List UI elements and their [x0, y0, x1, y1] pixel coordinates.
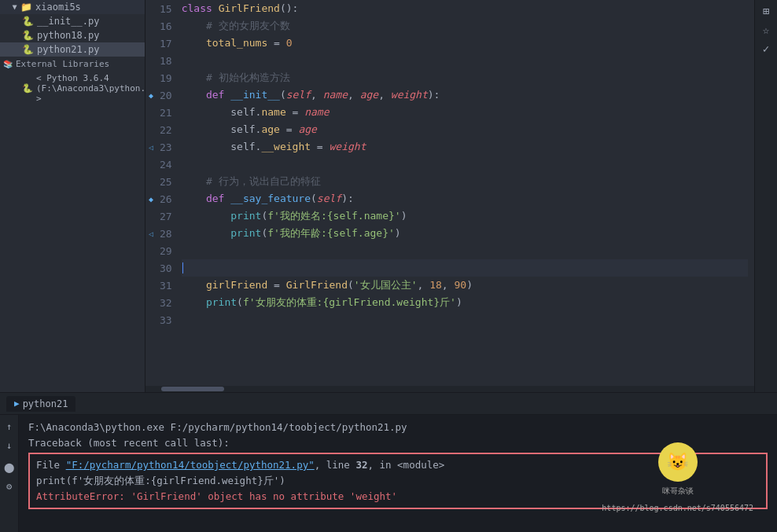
code-line-30[interactable]	[182, 259, 748, 277]
line-number-17: 17	[145, 35, 175, 52]
todo-icon[interactable]: ✓	[758, 41, 774, 57]
code-line-22: self.age = age	[182, 121, 748, 138]
sidebar-item-xiaomi5s[interactable]: ▶ 📁 xiaomi5s	[0, 0, 145, 14]
line-number-21: 21	[145, 104, 175, 121]
line-number-25: 25	[145, 173, 175, 190]
code-line-18	[182, 52, 748, 69]
terminal-with-icons: ↑ ↓ ⬤ ⚙ F:\Anaconda3\python.exe F:/pycha…	[0, 415, 777, 532]
line-number-18: 18	[145, 52, 175, 69]
watermark-title: 咪哥杂谈	[662, 483, 694, 499]
sidebar-item-python21[interactable]: 🐍 python21.py	[0, 42, 145, 57]
code-line-28: print(f'我的年龄:{self.age}')	[182, 225, 748, 242]
library-icon: 📚	[3, 60, 13, 68]
code-line-31: girlFriend = GirlFriend('女儿国公主', 18, 90)	[182, 277, 748, 294]
code-line-26: def __say_feature(self):	[182, 190, 748, 207]
file-link[interactable]: "F:/pycharm/python14/toobject/python21.p…	[66, 459, 315, 471]
python-icon: 🐍	[22, 83, 33, 94]
right-nav-icons: ⊞ ☆ ✓	[754, 0, 777, 392]
py-file-icon: 🐍	[22, 16, 34, 27]
sidebar-item-label: xiaomi5s	[35, 2, 81, 13]
watermark-icon: 😺	[658, 442, 698, 482]
line-number-16: 16	[145, 17, 175, 35]
line-number-28: ◁28	[145, 225, 175, 242]
watermark: 😺 咪哥杂谈 https://blog.csdn.net/s740556472	[602, 442, 753, 516]
terminal-tab-python21[interactable]: ▶ python21	[6, 396, 75, 412]
line-number-27: 27	[145, 207, 175, 225]
scroll-up-icon[interactable]: ↑	[2, 420, 17, 434]
code-line-23: self.__weight = weight	[182, 138, 748, 156]
code-line-29	[182, 242, 748, 259]
code-line-19: # 初始化构造方法	[182, 69, 748, 86]
terminal-left-icons: ↑ ↓ ⬤ ⚙	[0, 415, 19, 532]
terminal-tab-bar: ▶ python21	[0, 393, 777, 415]
line-number-31: 31	[145, 277, 175, 294]
run-icon[interactable]: ⬤	[2, 460, 17, 475]
code-line-24	[182, 156, 748, 173]
sidebar: ▶ 📁 xiaomi5s 🐍 __init__.py 🐍 python18.py…	[0, 0, 145, 392]
line-number-26: ◆26	[145, 190, 175, 207]
sidebar-item-label: < Python 3.6.4 (F:\Anaconda3\python.exe)…	[36, 73, 145, 104]
line-number-30: 30	[145, 259, 175, 277]
terminal-panel: ▶ python21 ↑ ↓ ⬤ ⚙ F:\Anaconda3\python.e…	[0, 392, 777, 532]
section-label: External Libraries	[16, 59, 109, 69]
line-numbers: 15 16 17 18 19 ◆20 21 22 ◁23 24 25 ◆26 2…	[145, 0, 175, 386]
code-line-25: # 行为，说出自己的特征	[182, 173, 748, 190]
code-lines[interactable]: class GirlFriend(): # 交的女朋友个数 total_nums…	[175, 0, 754, 386]
code-line-17: total_nums = 0	[182, 35, 748, 52]
code-line-20: def __init__(self, name, age, weight):	[182, 86, 748, 104]
external-libraries-header[interactable]: 📚 External Libraries	[0, 57, 145, 72]
terminal-body[interactable]: F:\Anaconda3\python.exe F:/pycharm/pytho…	[19, 415, 777, 532]
code-line-27: print(f'我的姓名:{self.name}')	[182, 207, 748, 225]
line-number-32: 32	[145, 294, 175, 311]
py-file-icon: 🐍	[22, 30, 34, 41]
editor-area: ▶ 📁 xiaomi5s 🐍 __init__.py 🐍 python18.py…	[0, 0, 777, 392]
code-line-32: print(f'女朋友的体重:{girlFriend.weight}斤')	[182, 294, 748, 311]
sidebar-item-label: python18.py	[37, 30, 99, 41]
scrollbar-thumb[interactable]	[161, 387, 224, 391]
settings-icon[interactable]: ⚙	[2, 479, 17, 493]
app-container: ▶ 📁 xiaomi5s 🐍 __init__.py 🐍 python18.py…	[0, 0, 777, 532]
line-number-23: ◁23	[145, 138, 175, 156]
code-line-21: self.name = name	[182, 104, 748, 121]
bookmark-icon[interactable]: ☆	[758, 22, 774, 38]
horizontal-scrollbar[interactable]	[145, 386, 754, 392]
code-line-16: # 交的女朋友个数	[182, 17, 748, 35]
line-number-22: 22	[145, 121, 175, 138]
sidebar-item-python18[interactable]: 🐍 python18.py	[0, 28, 145, 42]
line-number-19: 19	[145, 69, 175, 86]
code-content: 15 16 17 18 19 ◆20 21 22 ◁23 24 25 ◆26 2…	[145, 0, 754, 386]
sidebar-item-python-sdk[interactable]: 🐍 < Python 3.6.4 (F:\Anaconda3\python.ex…	[0, 72, 145, 105]
terminal-line-command: F:\Anaconda3\python.exe F:/pycharm/pytho…	[28, 420, 768, 435]
cursor	[182, 262, 183, 273]
sidebar-item-init[interactable]: 🐍 __init__.py	[0, 14, 145, 28]
scroll-down-icon[interactable]: ↓	[2, 438, 17, 453]
sidebar-item-label: __init__.py	[37, 16, 99, 27]
line-number-24: 24	[145, 156, 175, 173]
code-editor: 15 16 17 18 19 ◆20 21 22 ◁23 24 25 ◆26 2…	[145, 0, 754, 392]
line-number-15: 15	[145, 0, 175, 17]
code-line-15: class GirlFriend():	[182, 0, 748, 17]
line-number-20: ◆20	[145, 86, 175, 104]
code-line-33	[182, 311, 748, 328]
terminal-icon: ▶	[14, 398, 20, 409]
folder-icon: 📁	[20, 2, 32, 13]
watermark-emoji: 😺	[667, 454, 688, 470]
structure-icon[interactable]: ⊞	[758, 3, 774, 19]
terminal-tab-label: python21	[23, 398, 68, 409]
line-number-33: 33	[145, 311, 175, 328]
py-file-icon: 🐍	[22, 44, 34, 55]
watermark-url: https://blog.csdn.net/s740556472	[602, 501, 753, 516]
line-number-29: 29	[145, 242, 175, 259]
sidebar-item-label: python21.py	[37, 44, 99, 55]
expand-icon: ▶	[11, 5, 20, 9]
